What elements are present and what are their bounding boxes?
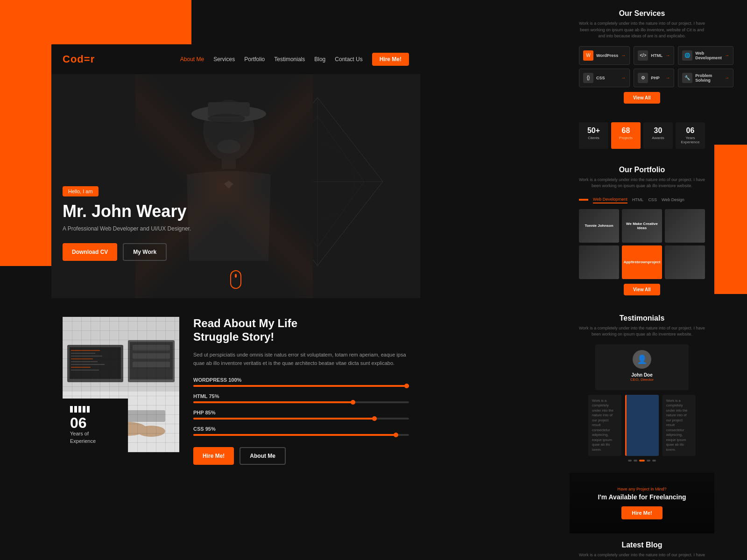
- skill-fill-css: [193, 434, 398, 436]
- skill-label-css: CSS 95%: [193, 426, 409, 432]
- portfolio-item-1[interactable]: Tonnie Johnson: [579, 209, 619, 243]
- service-item-wordpress[interactable]: W WordPress →: [579, 46, 630, 65]
- portfolio-item-4[interactable]: [579, 245, 619, 279]
- services-view-all-button[interactable]: View All: [624, 92, 660, 104]
- testimonials-section: Testimonials Work is a completely under …: [570, 307, 714, 469]
- portfolio-item-1-text: Tonnie Johnson: [583, 222, 615, 230]
- stat-experience-number: 06: [680, 127, 700, 134]
- nav-links: About Me Services Portfolio Testimonials…: [180, 53, 409, 66]
- nav-services[interactable]: Services: [213, 56, 235, 63]
- about-title: Read About My Life Struggle Story!: [193, 317, 409, 344]
- svg-rect-17: [67, 345, 123, 382]
- testimonial-dots: [579, 460, 705, 462]
- testimonial-avatar: 👤: [633, 350, 651, 369]
- tab-web-dev[interactable]: Web Development: [593, 196, 627, 203]
- tab-accent: [579, 199, 588, 201]
- about-image: 06 Years ofExperience: [63, 317, 179, 452]
- hero-section: Hello, I am Mr. John Weary A Professiona…: [51, 74, 420, 298]
- stat-projects: 68 Projects: [611, 122, 641, 149]
- svg-point-13: [217, 140, 240, 154]
- webdev-icon: 🌐: [682, 50, 692, 61]
- about-buttons: Hire Me! About Me: [193, 447, 409, 465]
- service-item-problem[interactable]: 🔧 Problem Solving →: [678, 69, 733, 87]
- skill-fill-wordpress: [193, 385, 409, 387]
- brand-logo: Cod=r: [63, 53, 95, 65]
- stat-experience: 06 Years Experience: [676, 122, 705, 149]
- main-content-panel: Cod=r About Me Services Portfolio Testim…: [51, 44, 420, 497]
- blog-section: Latest Blog Work is a completely under i…: [570, 533, 714, 560]
- service-arrow-html: →: [665, 53, 670, 58]
- nav-hire-button[interactable]: Hire Me!: [372, 53, 409, 66]
- svg-rect-28: [130, 342, 173, 379]
- svg-rect-29: [133, 345, 170, 350]
- testimonial-side-3: Work is a completely under into the natu…: [662, 395, 696, 456]
- service-name-wordpress: WordPress: [596, 53, 618, 58]
- dot-2[interactable]: [634, 460, 637, 462]
- svg-marker-12: [224, 181, 233, 189]
- experience-number: 06: [70, 415, 120, 430]
- portfolio-view-all-button[interactable]: View All: [624, 284, 660, 295]
- hire-me-button[interactable]: Hire Me!: [193, 447, 234, 465]
- stat-experience-label: Years Experience: [680, 136, 700, 144]
- svg-rect-31: [133, 362, 170, 367]
- about-section: 06 Years ofExperience Read About My Life…: [51, 298, 420, 483]
- svg-rect-27: [128, 340, 175, 382]
- services-grid: W WordPress → </> HTML → 🌐 Web Developme…: [579, 46, 705, 87]
- nav-portfolio[interactable]: Portfolio: [244, 56, 265, 63]
- navbar: Cod=r About Me Services Portfolio Testim…: [51, 44, 420, 74]
- service-name-problem: Problem Solving: [695, 73, 722, 83]
- portfolio-item-2[interactable]: We Make Creative Ideas: [622, 209, 662, 243]
- portfolio-subtitle: Work is a completely under into the natu…: [579, 177, 705, 189]
- service-name-php: PHP: [651, 76, 660, 80]
- svg-rect-18: [70, 347, 121, 379]
- svg-point-14: [208, 114, 245, 123]
- portfolio-item-5[interactable]: Appfirebrownproject: [622, 245, 662, 279]
- testimonials-title: Testimonials: [579, 314, 705, 322]
- experience-label: Years ofExperience: [70, 430, 120, 445]
- corner-accent-br-right: [714, 145, 747, 294]
- service-item-html[interactable]: </> HTML →: [634, 46, 674, 65]
- svg-point-36: [137, 426, 165, 437]
- css-icon: {}: [583, 73, 593, 83]
- service-item-webdev[interactable]: 🌐 Web Development →: [678, 46, 733, 65]
- nav-about[interactable]: About Me: [180, 56, 204, 63]
- skill-css: CSS 95%: [193, 426, 409, 436]
- service-item-php[interactable]: ⚙ PHP →: [634, 69, 674, 87]
- portfolio-item-5-text: Appfirebrownproject: [622, 258, 662, 266]
- testimonial-side-3-text: Work is a completely under into the natu…: [666, 399, 692, 453]
- tab-css[interactable]: CSS: [648, 196, 657, 203]
- dot-1[interactable]: [628, 460, 632, 462]
- freelance-content: Have any Project in Mind? I'm Available …: [579, 487, 705, 519]
- hire-mel-button[interactable]: Hire Me!: [621, 506, 662, 519]
- portfolio-item-6[interactable]: [665, 245, 705, 279]
- my-work-button[interactable]: My Work: [123, 243, 167, 261]
- tab-web-design[interactable]: Web Design: [662, 196, 684, 203]
- portfolio-item-3[interactable]: [665, 209, 705, 243]
- problem-icon: 🔧: [682, 73, 692, 83]
- stat-clients: 50+ Clients: [579, 122, 608, 149]
- service-item-css[interactable]: {} CSS →: [579, 69, 630, 87]
- testimonial-role: CEO, Director: [601, 378, 683, 382]
- nav-blog[interactable]: Blog: [314, 56, 325, 63]
- services-subtitle: Work is a completely under into the natu…: [579, 21, 705, 40]
- dot-5[interactable]: [652, 460, 656, 462]
- service-name-html: HTML: [651, 53, 662, 58]
- skill-php: PHP 85%: [193, 410, 409, 420]
- nav-testimonials[interactable]: Testimonials: [274, 56, 305, 63]
- skill-label-html: HTML 75%: [193, 393, 409, 399]
- service-arrow-css: →: [621, 75, 626, 80]
- freelance-section: Have any Project in Mind? I'm Available …: [570, 473, 714, 533]
- testimonials-row: Work is a completely under into the natu…: [579, 395, 705, 456]
- about-content: Read About My Life Struggle Story! Sed u…: [193, 317, 409, 465]
- tab-html[interactable]: HTML: [632, 196, 644, 203]
- scroll-dot: [235, 274, 237, 278]
- nav-contact[interactable]: Contact Us: [335, 56, 362, 63]
- skill-label-php: PHP 85%: [193, 410, 409, 415]
- dot-4[interactable]: [647, 460, 650, 462]
- logo-highlight: =: [84, 53, 91, 65]
- hero-text-block: Hello, I am Mr. John Weary A Professiona…: [63, 186, 191, 261]
- download-cv-button[interactable]: Download CV: [63, 243, 117, 261]
- about-me-button[interactable]: About Me: [240, 447, 286, 465]
- dot-3[interactable]: [639, 460, 645, 462]
- skill-wordpress: WORDPRESS 100%: [193, 377, 409, 387]
